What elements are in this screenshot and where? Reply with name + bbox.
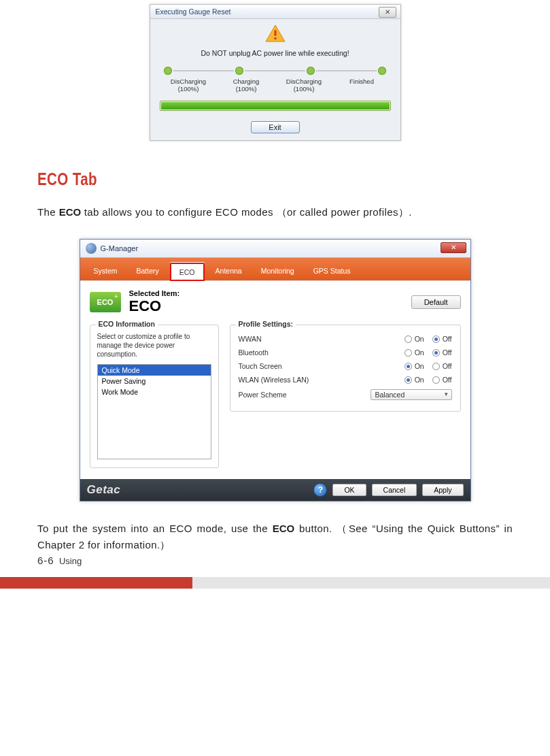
tab-battery[interactable]: Battery: [128, 263, 167, 281]
profile-settings-group: Profile Settings: WWAN On Off Bluetooth …: [230, 325, 461, 412]
step-connector: [173, 70, 234, 71]
eco-information-title: ECO Information: [96, 320, 158, 328]
setting-name: Bluetooth: [239, 348, 396, 357]
footer-bar-grey: [192, 577, 550, 589]
selected-item-row: ECO Selected Item: ECO Default: [90, 289, 461, 315]
profile-list[interactable]: Quick Mode Power Saving Work Mode: [97, 364, 211, 459]
cancel-button[interactable]: Cancel: [372, 484, 417, 496]
progress-bar-fill: [161, 102, 390, 110]
gauge-reset-title: Executing Gauge Reset: [156, 7, 231, 16]
settings-columns: ECO Information Select or customize a pr…: [90, 325, 461, 468]
close-button[interactable]: ✕: [379, 7, 396, 18]
eco-badge-icon: ECO: [90, 292, 121, 312]
on-label: On: [415, 335, 424, 343]
step-connector: [245, 70, 305, 71]
on-label: On: [415, 362, 424, 370]
radio-icon: [405, 363, 412, 370]
off-label: Off: [443, 362, 452, 370]
progress-steps: [160, 67, 391, 75]
step-node: [164, 67, 172, 75]
tab-gps-status[interactable]: GPS Status: [305, 263, 359, 281]
p1-text-after: tab allows you to configure ECO modes （o…: [81, 206, 412, 218]
tab-eco[interactable]: ECO: [170, 263, 205, 281]
p2-text-before: To put the system into an ECO mode, use …: [37, 523, 273, 534]
selected-item-value: ECO: [129, 297, 180, 315]
apply-button[interactable]: Apply: [422, 484, 463, 496]
gauge-reset-buttons: Exit: [160, 120, 391, 133]
wwan-on-option[interactable]: On: [405, 335, 424, 343]
gauge-reset-dialog: Executing Gauge Reset ✕ Do NOT unplug AC…: [150, 4, 401, 141]
profile-settings-title: Profile Settings:: [236, 320, 296, 328]
p1-bold-eco: ECO: [59, 206, 82, 218]
setting-row-bluetooth: Bluetooth On Off: [237, 346, 453, 359]
setting-name: WWAN: [239, 335, 396, 343]
close-button[interactable]: ✕: [441, 242, 466, 253]
radio-icon: [405, 376, 412, 384]
p2-bold-eco: ECO: [273, 523, 295, 534]
setting-name: Power Scheme: [239, 391, 371, 399]
profile-item[interactable]: Work Mode: [98, 387, 211, 397]
page-footer: 6-6 Using: [37, 555, 82, 566]
gauge-reset-body: Do NOT unplug AC power line while execut…: [150, 19, 400, 140]
gmanager-dialog-wrap: G-Manager ✕ System Battery ECO Antenna M…: [37, 239, 513, 502]
wlan-on-option[interactable]: On: [405, 376, 424, 384]
warning-text: Do NOT unplug AC power line while execut…: [160, 49, 391, 57]
page-number: 6-6: [37, 555, 54, 566]
touch-on-option[interactable]: On: [405, 362, 424, 370]
radio-icon: [432, 349, 440, 357]
step-label: DisCharging (100%): [275, 78, 333, 93]
gauge-reset-titlebar: Executing Gauge Reset ✕: [150, 5, 400, 19]
step-label: Finished: [333, 78, 391, 93]
svg-point-2: [274, 37, 277, 40]
tab-bar: System Battery ECO Antenna Monitoring GP…: [80, 258, 470, 280]
step-node: [235, 67, 243, 75]
warning-icon-row: [160, 24, 391, 45]
warning-icon: [265, 24, 286, 42]
power-scheme-select[interactable]: Balanced: [371, 389, 452, 400]
exit-button[interactable]: Exit: [251, 121, 300, 133]
ok-button[interactable]: OK: [332, 484, 366, 496]
document-content: ECO Tab The ECO tab allows you to config…: [0, 169, 550, 553]
step-label: Charging (100%): [218, 78, 275, 93]
tab-system[interactable]: System: [86, 263, 126, 281]
step-node: [378, 67, 386, 75]
on-label: On: [415, 348, 424, 357]
eco-information-desc: Select or customize a profile to manage …: [97, 332, 211, 359]
p1-text-before: The: [37, 206, 59, 218]
setting-row-scheme: Power Scheme Balanced: [237, 387, 453, 403]
setting-row-touch: Touch Screen On Off: [237, 359, 453, 373]
footer-bar-red: [0, 577, 192, 589]
wlan-off-option[interactable]: Off: [432, 376, 452, 384]
progress-bar: [160, 101, 391, 111]
app-icon: [86, 243, 97, 254]
paragraph-2: To put the system into an ECO mode, use …: [37, 521, 513, 553]
help-button[interactable]: ?: [313, 483, 327, 497]
off-label: Off: [443, 376, 452, 384]
step-connector: [316, 70, 377, 71]
setting-row-wwan: WWAN On Off: [237, 332, 453, 346]
touch-off-option[interactable]: Off: [432, 362, 452, 370]
on-label: On: [415, 376, 424, 384]
bt-off-option[interactable]: Off: [432, 348, 452, 357]
radio-icon: [405, 335, 412, 343]
step-label: DisCharging (100%): [160, 78, 218, 93]
default-button[interactable]: Default: [411, 295, 461, 309]
gmanager-body: ECO Selected Item: ECO Default ECO Infor…: [80, 280, 470, 479]
off-label: Off: [443, 335, 452, 343]
eco-information-group: ECO Information Select or customize a pr…: [90, 325, 219, 468]
progress-step-labels: DisCharging (100%) Charging (100%) DisCh…: [160, 78, 391, 93]
gmanager-title: G-Manager: [101, 244, 139, 252]
wwan-off-option[interactable]: Off: [432, 335, 452, 343]
radio-icon: [432, 335, 440, 343]
selected-item-label: Selected Item:: [129, 289, 180, 297]
page-section-label: Using: [59, 556, 82, 566]
tab-monitoring[interactable]: Monitoring: [253, 263, 303, 281]
profile-item[interactable]: Power Saving: [98, 376, 211, 387]
setting-name: Touch Screen: [239, 362, 396, 370]
profile-item[interactable]: Quick Mode: [98, 365, 211, 376]
section-heading: ECO Tab: [37, 169, 427, 189]
bt-on-option[interactable]: On: [405, 348, 424, 357]
radio-icon: [405, 349, 412, 357]
radio-icon: [432, 376, 440, 384]
tab-antenna[interactable]: Antenna: [207, 263, 250, 281]
